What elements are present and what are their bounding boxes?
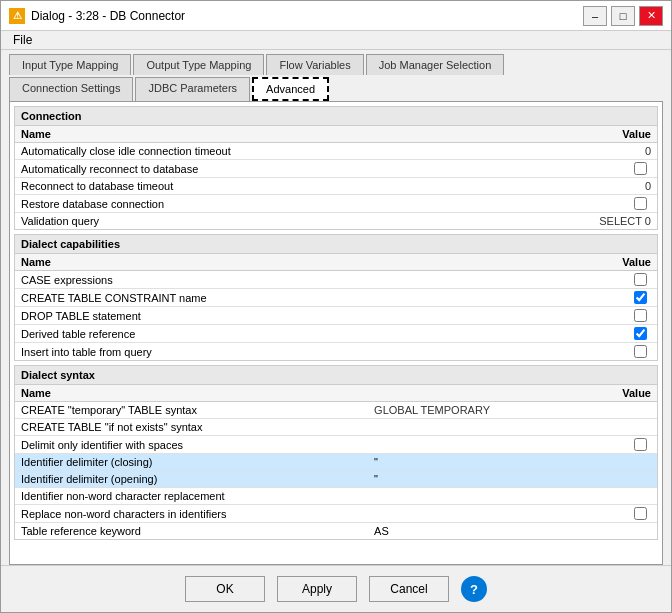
window-title: Dialog - 3:28 - DB Connector [31, 9, 185, 23]
row-value [368, 307, 657, 325]
tabs-row-2: Connection Settings JDBC Parameters Adva… [9, 77, 663, 101]
drop-table-checkbox[interactable] [634, 309, 647, 322]
tab-connection-settings[interactable]: Connection Settings [9, 77, 133, 101]
cancel-button[interactable]: Cancel [369, 576, 449, 602]
table-row: CREATE TABLE "if not exists" syntax [15, 419, 657, 436]
dc-name-header: Name [15, 254, 368, 271]
table-row: Derived table reference [15, 325, 657, 343]
title-bar: ⚠ Dialog - 3:28 - DB Connector – □ ✕ [1, 1, 671, 31]
checkbox-cell [374, 291, 651, 304]
file-menu[interactable]: File [9, 31, 36, 49]
row-label: Identifier delimiter (opening) [15, 471, 368, 488]
insert-into-table-checkbox[interactable] [634, 345, 647, 358]
connection-value-header: Value [368, 126, 657, 143]
row-label: Replace non-word characters in identifie… [15, 505, 368, 523]
row-value [368, 419, 657, 436]
row-label: Identifier delimiter (closing) [15, 454, 368, 471]
table-row: Table reference keyword AS [15, 523, 657, 540]
help-button[interactable]: ? [461, 576, 487, 602]
row-label: Restore database connection [15, 195, 368, 213]
table-row: Reconnect to database timeout 0 [15, 178, 657, 195]
row-value [368, 505, 657, 523]
close-button[interactable]: ✕ [639, 6, 663, 26]
checkbox-cell [374, 273, 651, 286]
ok-button[interactable]: OK [185, 576, 265, 602]
table-row: CASE expressions [15, 271, 657, 289]
tabs-row-1: Input Type Mapping Output Type Mapping F… [9, 54, 663, 75]
row-label: Insert into table from query [15, 343, 368, 361]
tab-flow-variables[interactable]: Flow Variables [266, 54, 363, 75]
checkbox-cell [374, 507, 651, 520]
dialect-syn-table-header: Name Value [15, 385, 657, 402]
table-row: CREATE TABLE CONSTRAINT name [15, 289, 657, 307]
row-value [368, 436, 657, 454]
maximize-button[interactable]: □ [611, 6, 635, 26]
app-icon: ⚠ [9, 8, 25, 24]
create-table-constraint-checkbox[interactable] [634, 291, 647, 304]
table-row: Restore database connection [15, 195, 657, 213]
row-label: Table reference keyword [15, 523, 368, 540]
dialect-syntax-table: Name Value CREATE "temporary" TABLE synt… [15, 385, 657, 539]
dc-value-header: Value [368, 254, 657, 271]
table-row: Identifier delimiter (closing) " [15, 454, 657, 471]
tab-output-type-mapping[interactable]: Output Type Mapping [133, 54, 264, 75]
dialect-capabilities-header: Dialect capabilities [15, 235, 657, 254]
connection-name-header: Name [15, 126, 368, 143]
apply-button[interactable]: Apply [277, 576, 357, 602]
footer: OK Apply Cancel ? [1, 565, 671, 612]
auto-reconnect-checkbox[interactable] [634, 162, 647, 175]
title-bar-left: ⚠ Dialog - 3:28 - DB Connector [9, 8, 185, 24]
row-value: GLOBAL TEMPORARY [368, 402, 657, 419]
checkbox-cell [374, 327, 651, 340]
main-window: ⚠ Dialog - 3:28 - DB Connector – □ ✕ Fil… [0, 0, 672, 613]
row-value: SELECT 0 [368, 213, 657, 230]
checkbox-cell [374, 345, 651, 358]
dialect-capabilities-section: Dialect capabilities Name Value CASE exp… [14, 234, 658, 361]
row-label: Automatically reconnect to database [15, 160, 368, 178]
row-value [368, 195, 657, 213]
checkbox-cell [374, 438, 651, 451]
row-value [368, 271, 657, 289]
tab-job-manager-selection[interactable]: Job Manager Selection [366, 54, 505, 75]
table-row: DROP TABLE statement [15, 307, 657, 325]
row-value [368, 160, 657, 178]
derived-table-checkbox[interactable] [634, 327, 647, 340]
table-row: Replace non-word characters in identifie… [15, 505, 657, 523]
row-label: Reconnect to database timeout [15, 178, 368, 195]
ds-name-header: Name [15, 385, 368, 402]
row-label: Validation query [15, 213, 368, 230]
case-expressions-checkbox[interactable] [634, 273, 647, 286]
delimit-identifier-checkbox[interactable] [634, 438, 647, 451]
row-label: DROP TABLE statement [15, 307, 368, 325]
table-row: Insert into table from query [15, 343, 657, 361]
row-value: " [368, 471, 657, 488]
tab-jdbc-parameters[interactable]: JDBC Parameters [135, 77, 250, 101]
replace-nonword-checkbox[interactable] [634, 507, 647, 520]
row-label: Derived table reference [15, 325, 368, 343]
connection-table-header: Name Value [15, 126, 657, 143]
checkbox-cell [374, 197, 651, 210]
table-row: Delimit only identifier with spaces [15, 436, 657, 454]
dialect-capabilities-table: Name Value CASE expressions CREATE TABLE… [15, 254, 657, 360]
row-value [368, 343, 657, 361]
row-label: Identifier non-word character replacemen… [15, 488, 368, 505]
tab-advanced[interactable]: Advanced [252, 77, 329, 101]
content-area[interactable]: Connection Name Value Automatically clos… [9, 101, 663, 565]
connection-table: Name Value Automatically close idle conn… [15, 126, 657, 229]
title-controls: – □ ✕ [583, 6, 663, 26]
tab-input-type-mapping[interactable]: Input Type Mapping [9, 54, 131, 75]
table-row: CREATE "temporary" TABLE syntax GLOBAL T… [15, 402, 657, 419]
table-row: Validation query SELECT 0 [15, 213, 657, 230]
checkbox-cell [374, 309, 651, 322]
connection-section: Connection Name Value Automatically clos… [14, 106, 658, 230]
table-row: Automatically reconnect to database [15, 160, 657, 178]
row-label: CREATE "temporary" TABLE syntax [15, 402, 368, 419]
row-value: AS [368, 523, 657, 540]
restore-connection-checkbox[interactable] [634, 197, 647, 210]
row-label: Delimit only identifier with spaces [15, 436, 368, 454]
table-row: Identifier non-word character replacemen… [15, 488, 657, 505]
row-label: CASE expressions [15, 271, 368, 289]
menu-bar: File [1, 31, 671, 50]
checkbox-cell [374, 162, 651, 175]
minimize-button[interactable]: – [583, 6, 607, 26]
